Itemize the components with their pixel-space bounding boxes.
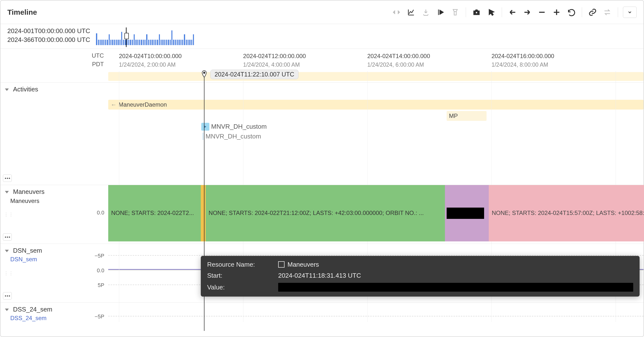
row-maneuvers-sublabel: Maneuvers <box>10 198 104 204</box>
axis-label: 0.0 <box>97 210 104 216</box>
activity-mp[interactable]: MP <box>447 111 487 121</box>
ruler-tz-secondary: PDT <box>92 60 104 69</box>
activity-mnvr-label-2: MNVR_DH_custom <box>206 133 261 140</box>
cursor-icon[interactable] <box>486 7 497 18</box>
svg-point-1 <box>204 72 205 73</box>
arrow-right-icon[interactable] <box>522 7 533 18</box>
tooltip-swatch <box>278 261 284 268</box>
link-icon[interactable] <box>587 7 598 18</box>
playhead-time: 2024-024T11:22:10.007 UTC <box>210 70 298 79</box>
undo-icon[interactable] <box>566 7 577 18</box>
maneuver-segment[interactable]: NONE; STARTS: 2024-024T15:57:00Z; LASTS:… <box>489 185 644 241</box>
chevron-down-icon[interactable] <box>5 250 9 252</box>
maneuver-segment-label: NONE; STARTS: 2024-022T21:12:00Z; LASTS:… <box>209 210 442 216</box>
maneuver-segment[interactable] <box>447 208 484 219</box>
axis-label: −5P <box>94 253 104 259</box>
tooltip-resource-value: Maneuvers <box>288 261 319 268</box>
ruler-tick: 2024-024T12:00:00.0001/24/2024, 4:00:00 … <box>243 52 306 69</box>
activity-mnvr-label: MNVR_DH_custom <box>211 123 267 130</box>
activity-mnvr-tick <box>202 133 204 140</box>
page-title: Timeline <box>7 8 37 17</box>
cut-icon[interactable] <box>450 7 461 18</box>
maneuver-segment[interactable] <box>201 185 206 241</box>
svg-point-0 <box>476 12 478 14</box>
maneuver-segment-label: NONE; STARTS: 2024-022T2... <box>111 210 198 216</box>
ruler-tick: 2024-024T16:00:00.0001/24/2024, 8:00:00 … <box>492 52 554 69</box>
chevron-down-icon[interactable] <box>5 89 9 91</box>
minus-icon[interactable] <box>536 7 548 18</box>
code-icon[interactable] <box>391 7 402 18</box>
chevron-down-icon[interactable] <box>5 191 9 193</box>
row-maneuvers-label: Maneuvers <box>13 188 44 195</box>
row-menu-button[interactable] <box>3 292 12 299</box>
tooltip-start-value: 2024-024T11:18:31.413 UTC <box>278 272 633 279</box>
maneuver-segment[interactable]: NONE; STARTS: 2024-022T2... <box>108 185 201 241</box>
activity-label: ManeuverDaemon <box>118 101 167 108</box>
row-menu-button[interactable] <box>3 233 12 241</box>
time-range-start: 2024-001T00:00:00.000 UTC <box>7 27 90 35</box>
tooltip-value-redacted <box>278 283 633 292</box>
line-chart-icon[interactable] <box>406 7 417 18</box>
tooltip-panel: Resource Name: Maneuvers Start: 2024-024… <box>201 256 640 296</box>
drag-handle-icon[interactable]: ⋮⋮ <box>4 212 14 217</box>
row-menu-button[interactable] <box>3 175 12 182</box>
row-activities-label: Activities <box>13 86 38 93</box>
toolbar <box>391 7 637 18</box>
swap-icon[interactable] <box>602 7 613 18</box>
axis-label: −5P <box>94 313 104 320</box>
activity-mnvr-marker[interactable] <box>201 123 209 131</box>
time-range: 2024-001T00:00:00.000 UTC 2024-366T00:00… <box>7 27 90 44</box>
playhead-pin-icon[interactable] <box>201 70 208 77</box>
row-dss24-label: DSS_24_sem <box>13 306 52 313</box>
left-arrow-icon: ← <box>111 101 116 108</box>
drag-handle-icon[interactable]: ⋮⋮ <box>4 271 14 276</box>
camera-icon[interactable] <box>471 7 482 18</box>
row-dsn-link[interactable]: DSN_sem <box>10 256 104 263</box>
axis-label: 0.0 <box>97 267 104 274</box>
chevron-down-icon[interactable] <box>5 308 9 311</box>
ruler-tick: 2024-024T14:00:00.0001/24/2024, 6:00:00 … <box>367 52 430 69</box>
arrow-left-icon[interactable] <box>507 7 518 18</box>
ruler[interactable]: 2024-024T10:00:00.0001/24/2024, 2:00:00 … <box>108 49 644 71</box>
row-dsn-label: DSN_sem <box>13 247 42 254</box>
tooltip-resource-label: Resource Name: <box>207 261 273 268</box>
tooltip-value-label: Value: <box>207 283 273 291</box>
minimap[interactable] <box>96 27 194 45</box>
activity-label: MP <box>449 113 458 119</box>
ruler-tick: 2024-024T10:00:00.0001/24/2024, 2:00:00 … <box>119 52 182 69</box>
maneuver-segment-label: NONE; STARTS: 2024-024T15:57:00Z; LASTS:… <box>492 210 644 216</box>
more-dropdown[interactable] <box>623 7 637 18</box>
time-range-end: 2024-366T00:00:00.000 UTC <box>7 35 90 44</box>
playhead-highlight-band <box>108 72 644 81</box>
ruler-tz-primary: UTC <box>92 52 104 60</box>
activity-maneuver-daemon[interactable]: ← ManeuverDaemon <box>108 100 644 110</box>
plus-icon[interactable] <box>551 7 562 18</box>
tooltip-start-label: Start: <box>207 272 273 279</box>
axis-label: 5P <box>98 282 104 288</box>
play-filled-icon[interactable] <box>435 7 446 18</box>
row-dss24-link[interactable]: DSS_24_sem <box>10 315 104 321</box>
download-icon[interactable] <box>420 7 432 18</box>
maneuver-segment[interactable]: NONE; STARTS: 2024-022T21:12:00Z; LASTS:… <box>206 185 445 241</box>
